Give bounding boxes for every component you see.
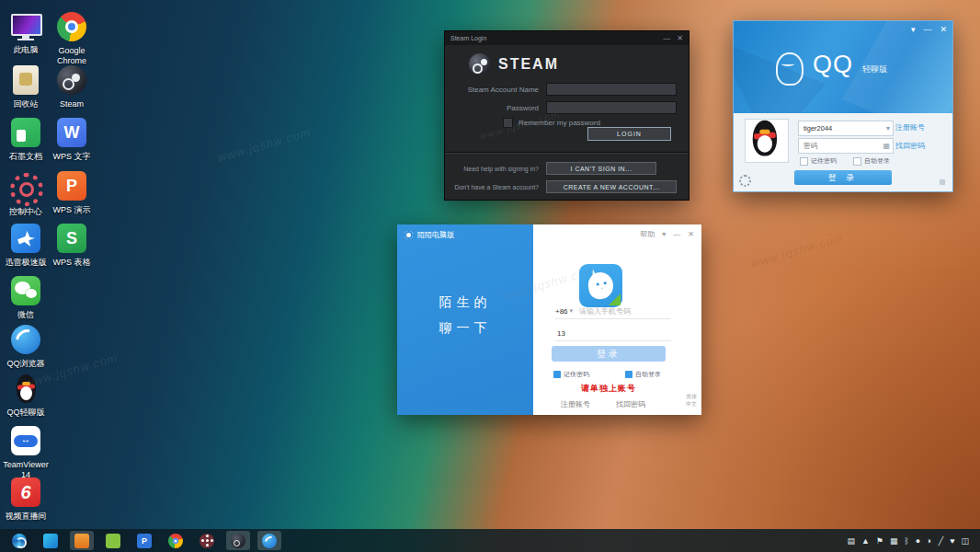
desktop-icon-control-center[interactable]: 控制中心 xyxy=(0,170,51,217)
remember-label: 记住密码 xyxy=(564,370,589,379)
qq-header: ▾ — ✕ QQ 轻聊版 xyxy=(734,21,952,113)
chevron-down-icon[interactable]: ▾ xyxy=(662,230,666,238)
security-center-icon[interactable]: ♥ xyxy=(950,536,954,546)
remember-checkbox[interactable] xyxy=(503,118,513,128)
desktop-icon-qq-browser[interactable]: QQ浏览器 xyxy=(0,324,51,369)
close-icon[interactable]: ✕ xyxy=(677,34,683,42)
remember-password-option[interactable]: 记住密码 xyxy=(800,156,837,166)
momo-left-panel: 陌陌电脑版 陌生的 聊一下 xyxy=(397,224,533,415)
remember-password-option[interactable]: 记住密码 xyxy=(553,370,589,379)
chevron-down-icon[interactable]: ▾ xyxy=(886,124,890,132)
phone-row[interactable]: +86 ▾ xyxy=(555,304,671,319)
password-input[interactable] xyxy=(555,328,638,339)
steam-titlebar[interactable]: Steam Login — ✕ xyxy=(445,31,689,45)
chevron-down-icon[interactable]: ▾ xyxy=(570,307,574,315)
desktop-icon-steam[interactable]: Steam xyxy=(46,64,97,109)
desktop-icon-recycle-bin[interactable]: 回收站 xyxy=(0,64,51,109)
dropdown-icon[interactable]: ▾ xyxy=(911,25,916,34)
create-text: Don't have a Steam account? xyxy=(445,184,539,190)
notification-center-icon[interactable]: ◫ xyxy=(961,536,969,546)
register-link[interactable]: 注册账号 xyxy=(561,399,590,409)
country-code[interactable]: +86 xyxy=(555,307,568,316)
wps-spreadsheet-icon: S xyxy=(57,224,86,253)
keyboard-icon[interactable]: ▦ xyxy=(890,536,898,546)
desktop-icon-wps-presentation[interactable]: P WPS 演示 xyxy=(46,170,97,215)
desktop-icon-wps-writer[interactable]: W WPS 文字 xyxy=(46,117,97,162)
volume-icon[interactable]: ◗ xyxy=(927,536,931,546)
icon-glyph: 6 xyxy=(20,482,30,503)
remember-row[interactable]: Remember my password xyxy=(503,118,600,128)
input-method-icon[interactable]: ⚑ xyxy=(876,536,883,546)
login-button[interactable]: 登 录 xyxy=(794,170,892,185)
password-row[interactable] xyxy=(555,326,671,341)
autologin-checkbox[interactable] xyxy=(853,157,861,166)
taskbar-qq[interactable] xyxy=(257,531,281,550)
status-dot-icon[interactable]: ● xyxy=(916,536,920,546)
phone-input[interactable] xyxy=(577,306,660,316)
bluetooth-icon[interactable]: ᛒ xyxy=(904,536,908,546)
language-switcher[interactable]: 简体 中文 xyxy=(686,393,697,408)
account-combobox[interactable]: ▾ xyxy=(798,121,894,136)
window-title: 陌陌电脑版 xyxy=(417,230,454,240)
desktop-icon-chrome[interactable]: Google Chrome xyxy=(46,11,97,66)
app-logo-icon xyxy=(405,231,413,239)
create-account-button[interactable]: CREATE A NEW ACCOUNT... xyxy=(546,180,677,193)
minimize-icon[interactable]: — xyxy=(663,34,670,42)
qr-code-icon[interactable] xyxy=(938,178,947,187)
qq-edition-badge: 轻聊版 xyxy=(862,63,887,75)
cant-sign-in-button[interactable]: I CAN'T SIGN IN... xyxy=(546,162,656,175)
taskbar-text-editor[interactable] xyxy=(101,531,125,550)
steam-icon xyxy=(57,65,86,95)
register-link[interactable]: 注册账号 xyxy=(895,122,925,132)
wps-presentation-icon: P xyxy=(57,171,86,201)
forgot-password-link[interactable]: 找回密码 xyxy=(616,399,645,409)
login-button[interactable]: 登录 xyxy=(552,346,666,362)
desktop-icon-wechat[interactable]: 微信 xyxy=(0,275,51,320)
icon-label: QQ轻聊版 xyxy=(0,408,51,418)
taskbar-steam[interactable] xyxy=(226,531,250,550)
autologin-checkbox[interactable] xyxy=(625,371,632,378)
login-button[interactable]: LOGIN xyxy=(587,127,671,141)
desktop-icon-shimo-docs[interactable]: 石墨文档 xyxy=(0,117,51,162)
remember-checkbox[interactable] xyxy=(553,371,561,378)
password-input[interactable] xyxy=(546,101,677,114)
close-icon[interactable]: ✕ xyxy=(688,230,694,238)
minimize-icon[interactable]: — xyxy=(673,230,680,238)
taskbar-deepin-flower[interactable] xyxy=(195,531,219,550)
divider xyxy=(445,152,689,154)
file-manager-icon xyxy=(43,534,58,548)
desktop-icon-this-pc[interactable]: 此电脑 xyxy=(0,11,51,55)
close-icon[interactable]: ✕ xyxy=(940,25,947,34)
account-input[interactable] xyxy=(546,83,677,96)
taskbar-app-store[interactable] xyxy=(70,531,94,550)
steam-logo: STEAM xyxy=(469,53,559,75)
taskbar-chrome[interactable] xyxy=(164,531,188,550)
autologin-option[interactable]: 自动登录 xyxy=(625,370,661,379)
usb-icon[interactable]: ▤ xyxy=(847,536,855,546)
taskbar-wps-presentation[interactable]: P xyxy=(132,531,156,550)
taskbar-launcher[interactable] xyxy=(7,531,31,550)
qq-penguin-icon xyxy=(10,374,41,405)
help-link[interactable]: 帮助 xyxy=(640,229,655,239)
desktop-icon-wps-spreadsheet[interactable]: S WPS 表格 xyxy=(46,223,97,268)
autologin-option[interactable]: 自动登录 xyxy=(853,156,890,166)
minimize-icon[interactable]: — xyxy=(923,25,931,34)
desktop-icon-teamviewer[interactable]: TeamViewer 14 xyxy=(0,425,51,480)
icon-label: 此电脑 xyxy=(0,45,51,55)
remember-checkbox[interactable] xyxy=(800,157,808,166)
updater-icon[interactable]: ▲ xyxy=(861,536,870,546)
settings-gear-icon[interactable] xyxy=(739,175,751,187)
keyboard-icon[interactable]: ▦ xyxy=(883,142,890,150)
desktop-icon-live[interactable]: 6 视频直播间 xyxy=(0,477,51,522)
password-input[interactable] xyxy=(802,141,877,151)
desktop-icon-thunder[interactable]: 迅雷极速版 xyxy=(0,223,51,268)
remember-label: 记住密码 xyxy=(811,156,837,166)
desktop-icon-qq[interactable]: QQ轻聊版 xyxy=(0,374,51,418)
password-field[interactable]: ▦ xyxy=(798,138,894,154)
taskbar-file-manager[interactable] xyxy=(39,531,63,550)
forgot-password-link[interactable]: 找回密码 xyxy=(895,141,925,151)
screenshot-pen-icon[interactable]: ╱ xyxy=(939,536,943,546)
desktop: www.jqshw.com www.jqshw.com www.jqshw.co… xyxy=(0,0,980,552)
momo-titlebar: 陌陌电脑版 xyxy=(405,230,454,240)
account-input[interactable] xyxy=(802,123,877,133)
